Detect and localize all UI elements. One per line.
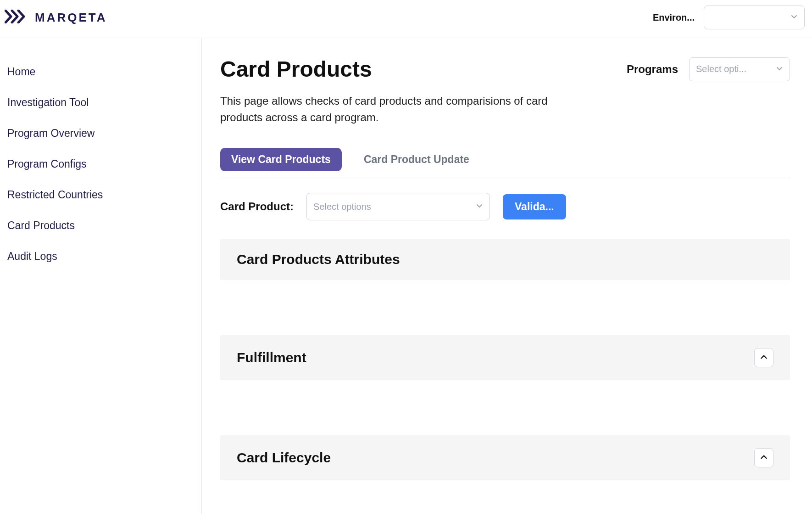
- tab-view-card-products[interactable]: View Card Products: [220, 148, 342, 171]
- logo-icon: [5, 10, 30, 25]
- panel-card-lifecycle: Card Lifecycle: [220, 435, 790, 480]
- card-product-select[interactable]: Select options: [306, 193, 490, 220]
- sidebar-item-label: Home: [7, 66, 35, 78]
- sidebar-item-label: Program Overview: [7, 127, 95, 139]
- validate-button[interactable]: Valida...: [503, 194, 566, 219]
- content-header: Card Products Programs Select opti...: [220, 56, 790, 82]
- page-description: This page allows checks of card products…: [220, 93, 551, 126]
- sidebar-item-card-products[interactable]: Card Products: [0, 210, 201, 241]
- sidebar-item-restricted-countries[interactable]: Restricted Countries: [0, 180, 201, 210]
- panel-title: Card Lifecycle: [237, 450, 331, 466]
- panel-fulfillment: Fulfillment: [220, 335, 790, 380]
- main-layout: Home Investigation Tool Program Overview…: [0, 38, 812, 514]
- tab-card-product-update[interactable]: Card Product Update: [353, 148, 480, 171]
- brand-name: MARQETA: [35, 11, 107, 25]
- collapse-button[interactable]: [754, 448, 773, 467]
- chevron-down-icon: [790, 13, 798, 22]
- tabs: View Card Products Card Product Update: [220, 148, 790, 178]
- app-header: MARQETA Environ...: [0, 0, 812, 38]
- tab-label: Card Product Update: [364, 153, 469, 165]
- chevron-up-icon: [760, 353, 768, 363]
- panel-card-products-attributes: Card Products Attributes: [220, 239, 790, 280]
- programs-select[interactable]: Select opti...: [689, 57, 790, 81]
- card-product-label: Card Product:: [220, 200, 294, 213]
- sidebar-item-audit-logs[interactable]: Audit Logs: [0, 241, 201, 272]
- header-right: Environ...: [653, 6, 805, 29]
- chevron-down-icon: [476, 202, 483, 211]
- sidebar-item-home[interactable]: Home: [0, 56, 201, 87]
- sidebar-item-label: Program Configs: [7, 158, 87, 170]
- tab-label: View Card Products: [231, 153, 331, 165]
- environment-label: Environ...: [653, 12, 695, 23]
- brand-logo: MARQETA: [5, 10, 107, 25]
- programs-select-group: Programs Select opti...: [627, 57, 790, 81]
- card-product-controls: Card Product: Select options Valida...: [220, 193, 790, 220]
- sidebar-item-program-configs[interactable]: Program Configs: [0, 149, 201, 180]
- panel-title: Card Products Attributes: [237, 252, 400, 267]
- sidebar-item-label: Audit Logs: [7, 250, 57, 262]
- collapse-button[interactable]: [754, 348, 773, 367]
- page-title: Card Products: [220, 56, 372, 82]
- card-product-select-placeholder: Select options: [313, 202, 371, 212]
- sidebar-item-program-overview[interactable]: Program Overview: [0, 118, 201, 149]
- sidebar-item-label: Investigation Tool: [7, 96, 89, 108]
- panel-title: Fulfillment: [237, 350, 306, 365]
- sidebar: Home Investigation Tool Program Overview…: [0, 38, 202, 514]
- programs-label: Programs: [627, 63, 678, 76]
- programs-select-placeholder: Select opti...: [696, 64, 746, 74]
- content-area: Card Products Programs Select opti... Th…: [202, 38, 812, 514]
- chevron-down-icon: [776, 65, 783, 74]
- sidebar-item-label: Card Products: [7, 219, 75, 231]
- environment-select[interactable]: [704, 6, 805, 29]
- sidebar-item-investigation-tool[interactable]: Investigation Tool: [0, 87, 201, 118]
- chevron-up-icon: [760, 453, 768, 463]
- sidebar-item-label: Restricted Countries: [7, 189, 103, 201]
